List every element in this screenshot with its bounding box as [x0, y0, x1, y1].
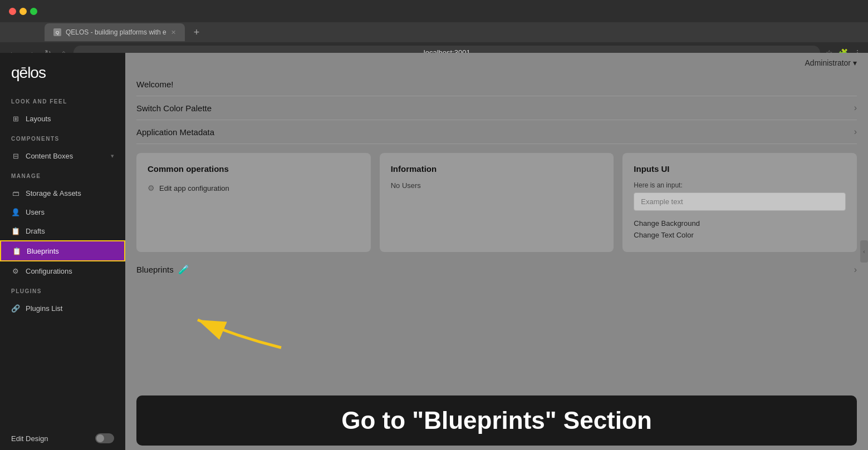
close-button[interactable] — [9, 8, 16, 15]
tab-title: QELOS - building platforms with e — [66, 28, 166, 36]
no-users-text: No Users — [391, 181, 603, 190]
sidebar-item-layouts[interactable]: ⊞ Layouts — [0, 109, 125, 128]
blueprints-section-row[interactable]: Blueprints 🧪 › — [136, 256, 857, 283]
welcome-row: Welcome! — [136, 73, 857, 96]
tab-close-icon[interactable]: ✕ — [171, 29, 176, 36]
maximize-button[interactable] — [30, 8, 37, 15]
edit-app-config-item[interactable]: ⚙ Edit app configuration — [148, 181, 360, 195]
blueprints-label: Blueprints — [27, 247, 59, 255]
minimize-button[interactable] — [19, 8, 27, 15]
users-icon: 👤 — [11, 207, 20, 216]
cards-row: Common operations ⚙ Edit app configurati… — [136, 153, 857, 252]
configurations-label: Configurations — [26, 267, 72, 275]
app-metadata-arrow: › — [854, 127, 857, 137]
sidebar-item-users[interactable]: 👤 Users — [0, 202, 125, 221]
change-background-link[interactable]: Change Background — [634, 217, 846, 229]
information-card: Information No Users — [380, 153, 614, 252]
content-boxes-icon: ⊟ — [11, 151, 20, 160]
switch-color-row[interactable]: Switch Color Palette › — [136, 96, 857, 120]
content-area: Welcome! Switch Color Palette › Applicat… — [125, 73, 868, 283]
sidebar: qēlos LOOK AND FEEL ⊞ Layouts COMPONENTS… — [0, 53, 125, 450]
sidebar-item-configurations[interactable]: ⚙ Configurations — [0, 261, 125, 280]
storage-label: Storage & Assets — [26, 189, 81, 197]
traffic-lights — [9, 8, 37, 15]
sidebar-item-blueprints[interactable]: 📋 Blueprints — [0, 240, 125, 261]
switch-color-label: Switch Color Palette — [136, 103, 212, 113]
tab-bar: Q QELOS - building platforms with e ✕ + — [0, 22, 868, 42]
change-text-color-link[interactable]: Change Text Color — [634, 229, 846, 241]
plugins-label: Plugins List — [26, 304, 62, 313]
edit-design-row: Edit Design — [0, 427, 125, 450]
admin-chevron: ▾ — [853, 58, 857, 67]
sidebar-collapse-handle[interactable]: ‹ — [860, 240, 868, 263]
browser-tab[interactable]: Q QELOS - building platforms with e ✕ — [45, 23, 185, 41]
sidebar-item-storage[interactable]: 🗃 Storage & Assets — [0, 184, 125, 202]
section-label-plugins: PLUGINS — [0, 280, 125, 299]
admin-name: Administrator — [805, 58, 851, 67]
layouts-label: Layouts — [26, 115, 51, 123]
annotation-arrow — [181, 303, 292, 370]
drafts-label: Drafts — [26, 227, 45, 235]
app-logo: qēlos — [11, 64, 114, 82]
users-label: Users — [26, 208, 45, 216]
storage-icon: 🗃 — [11, 189, 20, 197]
annotation-banner: Go to "Blueprints" Section — [136, 395, 857, 446]
inputs-ui-title: Inputs UI — [634, 164, 846, 174]
edit-design-label: Edit Design — [11, 434, 95, 443]
blueprints-flask-icon: 🧪 — [178, 264, 189, 275]
drafts-icon: 📋 — [11, 226, 20, 235]
sidebar-item-plugins-list[interactable]: 🔗 Plugins List — [0, 299, 125, 318]
edit-design-toggle[interactable] — [95, 433, 114, 443]
app-metadata-row[interactable]: Application Metadata › — [136, 120, 857, 144]
admin-user[interactable]: Administrator ▾ — [805, 58, 857, 67]
switch-color-arrow: › — [854, 103, 857, 113]
inputs-ui-card: Inputs UI Here is an input: Change Backg… — [622, 153, 857, 252]
layouts-icon: ⊞ — [11, 114, 20, 123]
common-operations-card: Common operations ⚙ Edit app configurati… — [136, 153, 371, 252]
section-label-components: COMPONENTS — [0, 128, 125, 146]
sidebar-item-drafts[interactable]: 📋 Drafts — [0, 221, 125, 240]
content-boxes-chevron: ▾ — [111, 152, 114, 160]
section-label-look-and-feel: LOOK AND FEEL — [0, 91, 125, 109]
content-boxes-label: Content Boxes — [26, 152, 73, 160]
annotation-text: Go to "Blueprints" Section — [341, 407, 652, 434]
edit-app-config-label: Edit app configuration — [159, 184, 229, 192]
welcome-title: Welcome! — [136, 80, 173, 89]
section-label-manage: MANAGE — [0, 165, 125, 184]
tab-favicon: Q — [53, 28, 61, 36]
app-metadata-label: Application Metadata — [136, 127, 214, 137]
common-operations-title: Common operations — [148, 164, 360, 174]
input-label: Here is an input: — [634, 181, 846, 189]
sidebar-item-content-boxes[interactable]: ⊟ Content Boxes ▾ — [0, 146, 125, 165]
blueprints-row-label: Blueprints — [136, 265, 174, 274]
gear-icon: ⚙ — [148, 184, 155, 192]
information-title: Information — [391, 164, 603, 174]
blueprints-icon: 📋 — [12, 246, 21, 255]
blueprints-row-title: Blueprints 🧪 — [136, 264, 189, 275]
example-input[interactable] — [634, 192, 846, 211]
plugins-icon: 🔗 — [11, 304, 20, 313]
configurations-icon: ⚙ — [11, 266, 20, 275]
new-tab-button[interactable]: + — [189, 27, 204, 38]
logo-area: qēlos — [0, 53, 125, 91]
blueprints-row-arrow: › — [854, 265, 857, 275]
toggle-thumb — [96, 434, 104, 442]
main-header: Administrator ▾ — [125, 53, 868, 73]
